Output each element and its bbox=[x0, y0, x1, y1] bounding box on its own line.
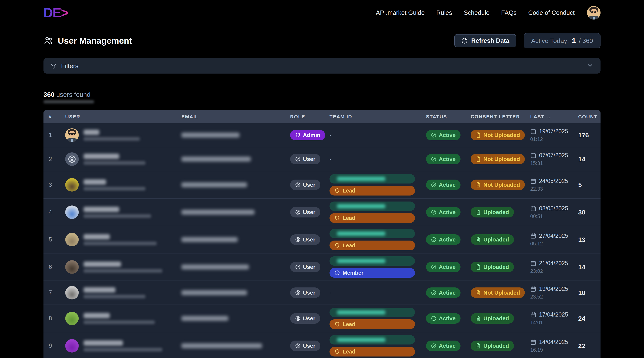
status-badge-label: Active bbox=[439, 315, 456, 322]
user-name-redacted bbox=[84, 130, 99, 135]
row-number: 4 bbox=[44, 209, 60, 216]
info-icon bbox=[334, 270, 340, 276]
nav-link-faqs[interactable]: FAQs bbox=[501, 9, 517, 16]
last-date: 21/04/2025 bbox=[539, 260, 568, 267]
user-subtitle-redacted bbox=[84, 269, 162, 273]
results-count-number: 360 bbox=[44, 91, 54, 98]
column-header-email[interactable]: EMAIL bbox=[176, 114, 285, 120]
avatar-image bbox=[587, 6, 600, 20]
team-id-stack: Lead bbox=[330, 335, 415, 356]
consent-badge-icon bbox=[476, 343, 481, 349]
status-badge-icon bbox=[431, 264, 436, 270]
count-value: 5 bbox=[573, 181, 600, 189]
team-role-badge: Lead bbox=[330, 186, 415, 196]
consent-cell: Uploaded bbox=[466, 234, 525, 245]
status-badge-label: Active bbox=[439, 182, 456, 188]
status-badge: Active bbox=[426, 340, 460, 351]
user-subtitle-redacted bbox=[84, 320, 155, 324]
row-number: 7 bbox=[44, 289, 60, 296]
last-active-cell: 14/04/2025 16:19 bbox=[525, 339, 573, 353]
status-badge: Active bbox=[426, 234, 460, 245]
team-role-badge: Lead bbox=[330, 213, 415, 223]
email-cell bbox=[176, 133, 285, 137]
row-number: 8 bbox=[44, 315, 60, 322]
results-count-suffix: users found bbox=[56, 91, 90, 98]
table-row[interactable]: 3 User Lead Active Not Uploaded 24/05/20… bbox=[44, 171, 600, 199]
team-id-badge-redacted bbox=[330, 308, 415, 317]
column-header-status[interactable]: STATUS bbox=[421, 114, 466, 120]
nav-link-schedule[interactable]: Schedule bbox=[464, 9, 490, 16]
table-row[interactable]: 7 User - Active Not Uploaded 19/04/2025 … bbox=[44, 281, 600, 305]
team-id-badge-redacted bbox=[330, 174, 415, 184]
page-title: User Management bbox=[58, 36, 132, 46]
last-active-cell: 27/04/2025 05:12 bbox=[525, 233, 573, 247]
table-row[interactable]: 5 User Lead Active Uploaded 27/04/2025 0… bbox=[44, 226, 600, 254]
status-badge-label: Active bbox=[439, 156, 456, 162]
team-role-label: Lead bbox=[342, 321, 355, 327]
team-id-cell: Lead bbox=[324, 335, 421, 356]
status-cell: Active bbox=[421, 207, 466, 218]
status-badge: Active bbox=[426, 313, 460, 324]
team-id-cell: Member bbox=[324, 256, 421, 278]
user-cell bbox=[60, 206, 176, 219]
email-redacted bbox=[182, 265, 249, 269]
team-role-label: Lead bbox=[342, 188, 355, 194]
role-cell: Admin bbox=[285, 130, 324, 140]
shield-icon bbox=[334, 243, 340, 248]
table-row[interactable]: 2 User - Active Not Uploaded 07/07/2025 … bbox=[44, 147, 600, 171]
last-date: 07/07/2025 bbox=[539, 152, 568, 159]
row-number: 5 bbox=[44, 236, 60, 243]
last-date: 19/04/2025 bbox=[539, 286, 568, 292]
user-avatar-blurred bbox=[65, 178, 79, 192]
user-subtitle-redacted bbox=[84, 187, 146, 191]
last-date: 19/07/2025 bbox=[539, 128, 568, 135]
nav-link-rules[interactable]: Rules bbox=[436, 9, 452, 16]
filters-toggle[interactable]: Filters bbox=[44, 58, 600, 74]
calendar-icon bbox=[530, 339, 536, 345]
consent-badge-icon bbox=[476, 182, 481, 188]
role-badge-icon bbox=[295, 264, 301, 270]
row-number: 1 bbox=[44, 132, 60, 138]
consent-badge-icon bbox=[476, 209, 481, 215]
table-row[interactable]: 6 User Member Active Uploaded 21/04/2025… bbox=[44, 254, 600, 281]
column-label: # bbox=[49, 114, 52, 120]
users-table: #USEREMAILROLETEAM IDSTATUSCONSENT LETTE… bbox=[44, 110, 600, 358]
column-header-consent-letter[interactable]: CONSENT LETTER bbox=[466, 114, 525, 120]
profile-avatar[interactable] bbox=[587, 6, 600, 20]
status-badge-icon bbox=[431, 182, 436, 188]
refresh-icon bbox=[461, 37, 468, 44]
column-header-num[interactable]: # bbox=[44, 114, 60, 120]
count-value: 13 bbox=[573, 236, 600, 243]
consent-badge: Not Uploaded bbox=[471, 180, 525, 190]
chevron-down-icon[interactable] bbox=[586, 62, 594, 70]
nav-link-api-market-guide[interactable]: API.market Guide bbox=[376, 9, 424, 16]
refresh-data-button[interactable]: Refresh Data bbox=[454, 34, 516, 47]
column-header-user[interactable]: USER bbox=[60, 114, 176, 120]
column-header-count[interactable]: COUNT bbox=[573, 114, 600, 120]
column-header-last[interactable]: LAST bbox=[525, 114, 573, 120]
table-row[interactable]: 9 User Lead Active Uploaded 14/04/2025 1… bbox=[44, 332, 600, 358]
nav-link-code-of-conduct[interactable]: Code of Conduct bbox=[528, 9, 575, 16]
role-badge: User bbox=[290, 207, 320, 218]
user-cell bbox=[60, 152, 176, 166]
team-id-stack: Lead bbox=[330, 308, 415, 329]
table-row[interactable]: 8 User Lead Active Uploaded 17/04/2025 1… bbox=[44, 305, 600, 332]
status-cell: Active bbox=[421, 180, 466, 190]
last-time: 23:02 bbox=[530, 268, 573, 274]
role-cell: User bbox=[285, 154, 324, 164]
logo[interactable]: DE> bbox=[44, 5, 68, 20]
column-header-team-id[interactable]: TEAM ID bbox=[324, 114, 421, 120]
role-badge-label: User bbox=[303, 315, 316, 322]
shield-icon bbox=[334, 321, 340, 327]
consent-badge-label: Uploaded bbox=[483, 315, 509, 322]
table-row[interactable]: 4 User Lead Active Uploaded 08/05/2025 0… bbox=[44, 199, 600, 226]
table-row[interactable]: 1 Admin - Active Not Uploaded 19/07/2025… bbox=[44, 123, 600, 147]
consent-cell: Not Uploaded bbox=[466, 180, 525, 190]
user-name-redacted bbox=[84, 154, 119, 159]
team-id-cell: - bbox=[324, 132, 421, 138]
column-header-role[interactable]: ROLE bbox=[285, 114, 324, 120]
status-badge-icon bbox=[431, 290, 436, 295]
consent-cell: Uploaded bbox=[466, 262, 525, 272]
consent-badge-label: Not Uploaded bbox=[483, 156, 520, 162]
row-number: 9 bbox=[44, 342, 60, 349]
